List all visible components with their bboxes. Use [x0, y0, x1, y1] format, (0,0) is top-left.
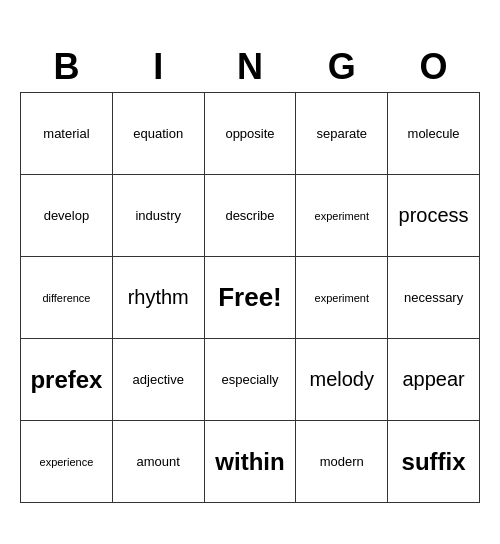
- bingo-cell: experiment: [296, 257, 388, 339]
- header-letter: I: [112, 41, 204, 93]
- bingo-cell: material: [21, 93, 113, 175]
- bingo-cell: appear: [388, 339, 480, 421]
- bingo-cell: describe: [204, 175, 296, 257]
- bingo-cell: within: [204, 421, 296, 503]
- bingo-card: BINGO materialequationoppositeseparatemo…: [20, 41, 480, 504]
- bingo-cell: modern: [296, 421, 388, 503]
- header-letter: G: [296, 41, 388, 93]
- bingo-cell: experiment: [296, 175, 388, 257]
- header-letter: B: [21, 41, 113, 93]
- bingo-cell: prefex: [21, 339, 113, 421]
- bingo-row: developindustrydescribeexperimentprocess: [21, 175, 480, 257]
- header-letter: N: [204, 41, 296, 93]
- bingo-cell: amount: [112, 421, 204, 503]
- bingo-cell: develop: [21, 175, 113, 257]
- bingo-cell: equation: [112, 93, 204, 175]
- bingo-cell: opposite: [204, 93, 296, 175]
- bingo-cell: difference: [21, 257, 113, 339]
- bingo-row: prefexadjectiveespeciallymelodyappear: [21, 339, 480, 421]
- bingo-cell: especially: [204, 339, 296, 421]
- bingo-cell: necessary: [388, 257, 480, 339]
- bingo-cell: process: [388, 175, 480, 257]
- bingo-cell: industry: [112, 175, 204, 257]
- bingo-row: differencerhythmFree!experimentnecessary: [21, 257, 480, 339]
- bingo-cell: rhythm: [112, 257, 204, 339]
- bingo-cell: melody: [296, 339, 388, 421]
- bingo-cell: molecule: [388, 93, 480, 175]
- bingo-cell: experience: [21, 421, 113, 503]
- bingo-cell: suffix: [388, 421, 480, 503]
- bingo-cell: Free!: [204, 257, 296, 339]
- bingo-cell: adjective: [112, 339, 204, 421]
- bingo-cell: separate: [296, 93, 388, 175]
- header-letter: O: [388, 41, 480, 93]
- bingo-row: materialequationoppositeseparatemolecule: [21, 93, 480, 175]
- bingo-row: experienceamountwithinmodernsuffix: [21, 421, 480, 503]
- bingo-header: BINGO: [21, 41, 480, 93]
